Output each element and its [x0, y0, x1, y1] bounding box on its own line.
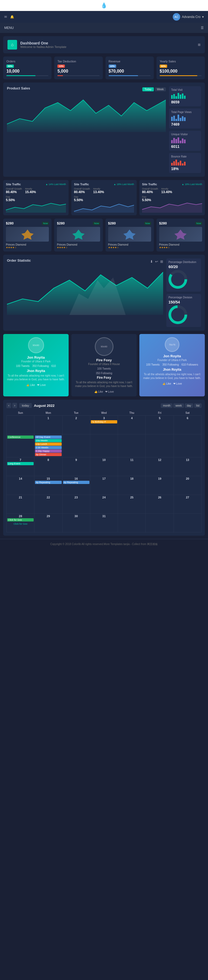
time-week-btn[interactable]: Week [155, 88, 166, 91]
cal-event[interactable]: Conference [7, 436, 34, 439]
cal-click-link[interactable]: Click for Goo [7, 523, 34, 525]
cal-cell-4-2[interactable]: 23 [62, 495, 90, 514]
profile-avatar-0: 90x90 [28, 337, 44, 353]
cal-cell-2-6[interactable]: 13 [173, 457, 201, 476]
cal-cell-4-5[interactable]: 26 [146, 495, 173, 514]
traffic-badge-2: ▲ 18% Last Month [182, 183, 202, 186]
love-btn-0[interactable]: ❤ Love [37, 383, 46, 387]
unique-visitor-card: Unique Visitor 6011 [169, 131, 201, 151]
cal-cell-2-5[interactable]: 12 [146, 457, 173, 476]
cal-cell-2-0[interactable]: 7Long Event [7, 457, 35, 476]
cal-cell-0-6[interactable]: 6 [173, 416, 201, 434]
refresh-icon[interactable]: ↩ [155, 259, 158, 264]
cal-cell-2-2[interactable]: 9 [62, 457, 90, 476]
cal-cell-3-4[interactable]: 18 [118, 476, 146, 495]
profile-avatar-2: 76x76 [165, 337, 180, 352]
svg-marker-4 [21, 229, 34, 240]
cal-event[interactable]: 13p Lunch [35, 442, 61, 445]
love-btn-1[interactable]: ❤ Love [105, 390, 114, 393]
cal-cell-1-5[interactable] [146, 434, 173, 457]
cal-cell-0-2[interactable]: 2 [62, 416, 90, 434]
cal-today-btn[interactable]: today [19, 403, 32, 408]
pbar-1 [171, 117, 173, 121]
hamburger-icon[interactable]: ☰ [201, 26, 204, 30]
cal-cell-2-4[interactable]: 11 [118, 457, 146, 476]
cal-cell-2-1[interactable]: 8 [35, 457, 62, 476]
bar-3 [175, 96, 177, 99]
cal-cell-0-4[interactable]: 4 [118, 416, 146, 434]
cal-cell-5-3[interactable]: 31 [90, 514, 118, 533]
email-icon[interactable]: ✉ [4, 15, 7, 19]
cal-cell-3-0[interactable]: 14 [7, 476, 35, 495]
like-btn-0[interactable]: 👍 Like [26, 383, 35, 387]
calendar-week-2: 7Long Event8910111213 [7, 457, 202, 476]
profile-name-sub-0: Jhon Royita [6, 369, 65, 373]
cal-cell-2-3[interactable]: 10 [90, 457, 118, 476]
cal-cell-5-6[interactable] [173, 514, 201, 533]
cal-next-btn[interactable]: › [12, 403, 17, 408]
cal-cell-1-0[interactable]: Conference [7, 434, 35, 457]
cal-prev-btn[interactable]: ‹ [6, 403, 11, 408]
stat-tax-value: 5,000 [57, 69, 99, 74]
bell-icon[interactable]: 🔔 [10, 15, 14, 19]
cal-cell-1-6[interactable] [173, 434, 201, 457]
cal-cell-5-1[interactable]: 29 [35, 514, 62, 533]
grid-icon[interactable]: ⊞ [160, 259, 163, 264]
cal-event[interactable]: All Day Event [35, 436, 61, 439]
cal-cell-0-5[interactable]: 5 [146, 416, 173, 434]
cal-event[interactable]: 7a Birthday P [91, 420, 117, 423]
cal-cell-4-1[interactable]: 22 [35, 495, 62, 514]
like-btn-2[interactable]: 👍 Like [162, 382, 171, 385]
cal-cell-1-1[interactable]: All Day Event10a Meetin13p Lunch2:30 Mee… [35, 434, 62, 457]
stat-revenue-bar [109, 75, 151, 76]
cal-cell-4-3[interactable]: 24 [90, 495, 118, 514]
ubar-6 [182, 138, 183, 143]
cal-cell-5-0[interactable]: 28Click for GooClick for Goo [7, 514, 35, 533]
order-stat-main: Order Statistic ⬇ ↩ ⊞ [7, 258, 163, 327]
download-icon[interactable]: ⬇ [150, 259, 153, 264]
cal-cell-3-1[interactable]: 154p Repeating [35, 476, 62, 495]
share-icon[interactable]: ⊞ [198, 43, 200, 46]
cal-day-btn[interactable]: day [185, 403, 193, 408]
calendar-week-5: 28Click for GooClick for Goo293031 [7, 514, 202, 533]
cal-cell-3-2[interactable]: 164p Repeating [62, 476, 90, 495]
product-cards-row: $280 Now Princes Diamond ★★★★☆ $280 Now … [3, 218, 205, 251]
cal-cell-3-3[interactable]: 17 [90, 476, 118, 495]
cal-event[interactable]: Click for Goo [7, 518, 34, 522]
cal-event[interactable]: 9p Dinner [35, 453, 61, 456]
love-btn-2[interactable]: ❤ Love [173, 382, 182, 385]
cal-cell-1-3[interactable] [90, 434, 118, 457]
cal-list-btn[interactable]: list [194, 403, 202, 408]
bbar-6 [182, 163, 183, 165]
cal-cell-3-5[interactable]: 19 [146, 476, 173, 495]
cal-event[interactable]: 10a Meetin [35, 439, 61, 442]
cal-event[interactable]: 4p Repeating [63, 481, 90, 484]
cal-cell-5-5[interactable] [146, 514, 173, 533]
cal-cell-1-4[interactable] [118, 434, 146, 457]
cal-cell-5-4[interactable] [118, 514, 146, 533]
cal-cell-4-0[interactable]: 21 [7, 495, 35, 514]
cal-cell-3-6[interactable]: 20 [173, 476, 201, 495]
cal-event[interactable]: Long Event [7, 462, 34, 465]
stat-orders-bar-fill [6, 75, 36, 76]
cal-event[interactable]: 2:30 Meetin [35, 446, 61, 449]
nav-user[interactable]: AC Advanda Cro ▾ [173, 13, 204, 21]
cal-event[interactable]: 5:30p Happy [35, 449, 61, 453]
cal-cell-0-1[interactable]: 1 [35, 416, 62, 434]
cal-week-btn[interactable]: week [173, 403, 184, 408]
cal-cell-1-2[interactable] [62, 434, 90, 457]
menu-title: MENU [4, 26, 14, 30]
cal-cell-0-3[interactable]: 37a Birthday P [90, 416, 118, 434]
cal-cell-4-4[interactable]: 25 [118, 495, 146, 514]
calendar-week-0: 1237a Birthday P456 [7, 416, 202, 434]
cal-event[interactable]: 4p Repeating [35, 481, 61, 484]
time-today-btn[interactable]: Today [142, 88, 154, 91]
total-visit-label: Total Visit [171, 88, 199, 91]
cal-cell-4-6[interactable]: 27 [173, 495, 201, 514]
cal-cell-0-0[interactable] [7, 416, 35, 434]
cal-month-btn[interactable]: month [161, 403, 172, 408]
cal-cell-5-2[interactable]: 30 [62, 514, 90, 533]
like-btn-1[interactable]: 👍 Like [94, 390, 103, 393]
bar-2 [173, 94, 175, 99]
footer: Copyright © 2018 Colorlib All rights res… [0, 539, 208, 549]
